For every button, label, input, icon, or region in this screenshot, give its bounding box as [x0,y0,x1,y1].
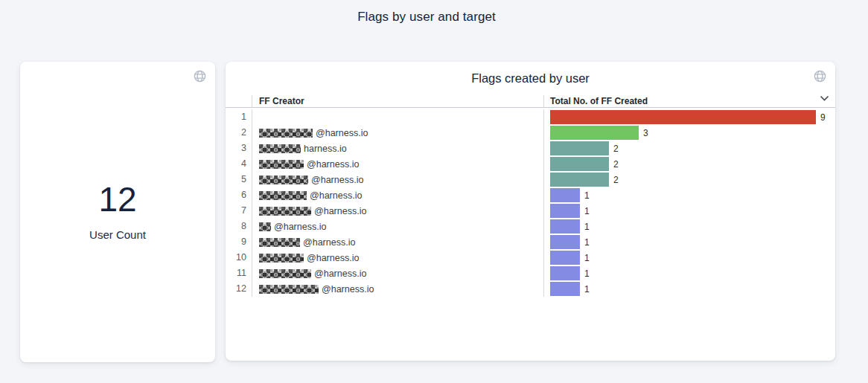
creator-cell: @harness.io [252,125,543,141]
bar-cell: 1 [543,219,835,234]
row-rank: 1 [226,109,252,125]
email-suffix: @harness.io [322,284,374,295]
bar-cell: 2 [543,172,835,187]
creator-cell: @harness.io [252,187,543,203]
bar-value-label: 1 [584,206,590,216]
value-bar[interactable] [550,204,580,218]
table-row: 7@harness.io1 [226,203,835,219]
table-row: 19 [226,109,835,125]
email-suffix: @harness.io [314,206,366,216]
bar-value-label: 1 [584,190,590,201]
user-count-card: 12 User Count [20,62,215,362]
bar-value-label: 1 [584,284,590,295]
redacted-email-name [259,176,308,184]
value-bar[interactable] [550,173,609,187]
rank-column-header [226,95,252,107]
bar-value-label: 2 [613,175,619,185]
user-count-label: User Count [20,228,215,241]
table-body: 192@harness.io33harness.io24@harness.io2… [226,108,835,297]
redacted-email-name [259,207,311,216]
redacted-email-name [259,222,271,231]
row-rank: 11 [226,265,252,281]
value-bar[interactable] [550,266,580,280]
email-suffix: @harness.io [316,128,368,138]
bar-cell: 1 [543,281,835,297]
creator-cell: @harness.io [252,265,543,281]
row-rank: 10 [226,250,252,265]
row-rank: 6 [226,187,252,203]
email-suffix: @harness.io [307,253,359,263]
creator-cell: @harness.io [252,156,543,172]
row-rank: 9 [226,234,252,250]
column-header-label: FF Creator [259,96,304,106]
redacted-email-name [259,129,313,138]
page-title: Flags by user and target [0,10,853,25]
redacted-email-name [259,191,307,200]
table-header-row: FF Creator Total No. of FF Created [226,95,835,108]
table-row: 4@harness.io2 [226,156,835,172]
row-rank: 4 [226,156,252,172]
flags-created-by-user-card: Flags created by user FF Creator Total N… [226,62,835,361]
redacted-email-name [259,144,301,153]
table-row: 5@harness.io2 [226,172,835,187]
email-suffix: @harness.io [314,268,366,279]
bar-value-label: 2 [613,144,619,154]
column-header-label: Total No. of FF Created [550,96,648,106]
value-bar[interactable] [550,219,580,234]
table-row: 3harness.io2 [226,141,835,156]
creator-cell: @harness.io [252,219,543,234]
value-bar[interactable] [550,110,816,124]
creator-cell: @harness.io [252,250,543,265]
table-row: 8@harness.io1 [226,219,835,234]
table-row: 12@harness.io1 [226,281,835,297]
bar-cell: 1 [543,234,835,250]
row-rank: 3 [226,141,252,156]
redacted-email-name [259,254,304,263]
column-header-total-ff-created[interactable]: Total No. of FF Created [543,95,835,107]
row-rank: 2 [226,125,252,141]
creator-cell: @harness.io [252,281,543,297]
bar-cell: 2 [543,156,835,172]
globe-icon[interactable] [193,69,207,83]
column-header-ff-creator[interactable]: FF Creator [252,95,543,107]
row-rank: 12 [226,281,252,297]
table-row: 10@harness.io1 [226,250,835,265]
row-rank: 8 [226,219,252,234]
bar-cell: 2 [543,141,835,156]
bar-cell: 9 [543,109,835,125]
creator-cell: @harness.io [252,172,543,187]
bar-value-label: 1 [584,253,590,263]
email-suffix: harness.io [304,144,347,154]
flags-table: FF Creator Total No. of FF Created 192@h… [226,95,835,297]
bar-value-label: 3 [643,128,648,138]
bar-cell: 1 [543,187,835,203]
chevron-down-icon[interactable] [820,95,829,102]
email-suffix: @harness.io [311,175,363,185]
value-bar[interactable] [550,188,580,202]
value-bar[interactable] [550,126,639,140]
email-suffix: @harness.io [274,222,326,232]
redacted-email-name [259,285,319,294]
bar-value-label: 1 [584,268,590,279]
card-title: Flags created by user [226,71,835,86]
table-row: 11@harness.io1 [226,265,835,281]
bar-value-label: 1 [584,222,590,232]
email-suffix: @harness.io [310,190,362,201]
value-bar[interactable] [550,157,609,171]
redacted-email-name [259,238,300,247]
bar-value-label: 2 [613,159,619,170]
row-rank: 5 [226,172,252,187]
bar-cell: 1 [543,203,835,219]
table-row: 6@harness.io1 [226,187,835,203]
email-suffix: @harness.io [307,159,359,170]
creator-cell: harness.io [252,141,543,156]
value-bar[interactable] [550,141,609,155]
bar-cell: 1 [543,265,835,281]
bar-value-label: 1 [584,237,590,248]
value-bar[interactable] [550,251,580,265]
value-bar[interactable] [550,235,580,249]
redacted-email-name [259,269,311,278]
email-suffix: @harness.io [303,237,355,248]
bar-value-label: 9 [820,112,826,123]
value-bar[interactable] [550,282,580,296]
